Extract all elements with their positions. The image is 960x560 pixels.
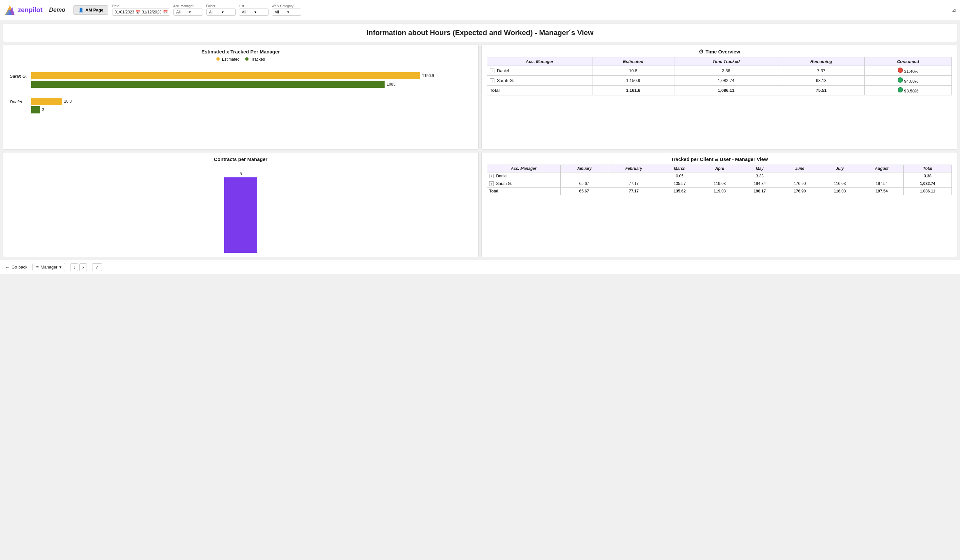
total-consumed-value: 93.50% xyxy=(904,88,918,93)
date-range-input[interactable]: 01/01/2023 📅 31/12/2023 📅 xyxy=(112,8,170,16)
list-filter-group: List All ▾ xyxy=(239,4,269,16)
back-arrow-icon: ← xyxy=(5,265,10,269)
sarah-consumed: 94.08% xyxy=(865,76,952,86)
chart-legend: Estimated Tracked xyxy=(8,57,473,62)
daniel-jun xyxy=(780,173,820,180)
total-jul: 116.03 xyxy=(820,187,860,195)
sarah-consumed-value: 94.08% xyxy=(904,79,918,83)
col-march: March xyxy=(660,165,700,173)
chevron-down-icon: ▾ xyxy=(189,10,200,14)
sarah-aug: 197.54 xyxy=(860,180,903,187)
estimated-tracked-panel: Estimated x Tracked Per Manager Estimate… xyxy=(3,45,479,149)
time-overview-table: Acc. Manager Estimated Time Tracked Rema… xyxy=(487,57,952,95)
sarah-jan: 65.67 xyxy=(560,180,608,187)
expand-icon-daniel[interactable]: + xyxy=(490,69,494,73)
expand-icon-daniel-tracked[interactable]: + xyxy=(489,174,494,178)
sarah-label: Sarah G. xyxy=(10,74,27,79)
work-category-filter-group: Work Category All ▾ xyxy=(272,4,301,16)
sarah-jun: 176.90 xyxy=(780,180,820,187)
daniel-estimated-bar xyxy=(31,98,62,105)
daniel-apr xyxy=(700,173,740,180)
folder-filter-group: Folder All ▾ xyxy=(206,4,236,16)
sarah-remaining: 68.13 xyxy=(778,76,865,86)
expand-button[interactable]: ⤢ xyxy=(92,263,102,271)
demo-label: Demo xyxy=(49,6,66,13)
tracked-daniel-name: + Daniel xyxy=(487,173,561,180)
am-page-button[interactable]: 👤 AM Page xyxy=(74,5,109,15)
acc-manager-select[interactable]: All ▾ xyxy=(173,8,203,16)
col-total: Total xyxy=(904,165,952,173)
total-name-cell: Total xyxy=(487,86,592,95)
daniel-name-cell: + Daniel xyxy=(487,66,592,76)
daniel-status-icon xyxy=(898,67,903,73)
contracts-chart: 5 xyxy=(8,165,473,253)
acc-manager-label: Acc. Manager xyxy=(173,4,203,8)
daniel-total: 3.38 xyxy=(904,173,952,180)
logo-text: zenpilot xyxy=(18,6,43,14)
col-remaining: Remaining xyxy=(778,58,865,66)
daniel-tracked-value: 3 xyxy=(42,107,44,112)
col-acc-manager: Acc. Manager xyxy=(487,58,592,66)
time-overview-title: Time Overview xyxy=(706,49,740,54)
go-back-label: Go back xyxy=(11,265,27,269)
daniel-consumed-value: 31.40% xyxy=(904,69,918,74)
contracts-panel: Contracts per Manager 5 xyxy=(3,152,479,257)
sarah-mar: 135.57 xyxy=(660,180,700,187)
date-filter-group: Date 01/01/2023 📅 31/12/2023 📅 xyxy=(112,4,170,16)
daniel-mar: 0.05 xyxy=(660,173,700,180)
contracts-bar xyxy=(224,178,257,253)
list-label: List xyxy=(239,4,269,8)
sarah-may: 194.84 xyxy=(740,180,780,187)
daniel-remaining: 7.37 xyxy=(778,66,865,76)
prev-page-button[interactable]: ‹ xyxy=(70,263,78,271)
expand-icon-sarah[interactable]: + xyxy=(490,78,494,83)
calendar-icon-from: 📅 xyxy=(136,10,141,14)
next-page-button[interactable]: › xyxy=(79,263,87,271)
tracked-sarah-name: + Sarah G. xyxy=(487,180,561,187)
total-status-icon xyxy=(898,87,903,93)
legend-tracked: Tracked xyxy=(245,57,265,62)
total-feb: 77.17 xyxy=(608,187,660,195)
tracked-row-daniel: + Daniel 0.05 3.33 3.38 xyxy=(487,173,952,180)
daniel-tracked-bar-row: 3 xyxy=(31,106,473,114)
col-january: January xyxy=(560,165,608,173)
sarah-estimated-value: 1150.9 xyxy=(422,74,434,78)
daniel-consumed: 31.40% xyxy=(865,66,952,76)
date-to: 31/12/2023 xyxy=(142,10,162,14)
go-back-button[interactable]: ← Go back xyxy=(5,265,27,269)
am-page-icon: 👤 xyxy=(78,8,83,13)
sarah-estimated: 1,150.9 xyxy=(592,76,674,86)
acc-manager-value: All xyxy=(176,10,187,14)
tracked-panel: Tracked per Client & User - Manager View… xyxy=(481,152,957,257)
daniel-aug xyxy=(860,173,903,180)
page-title: Information about Hours (Expected and Wo… xyxy=(10,29,950,37)
legend-estimated: Estimated xyxy=(216,57,240,62)
daniel-bar-group: Daniel 10.8 3 xyxy=(31,98,473,114)
folder-select[interactable]: All ▾ xyxy=(206,8,236,16)
total-jun: 176.90 xyxy=(780,187,820,195)
contracts-title: Contracts per Manager xyxy=(8,157,473,162)
footer-nav: ‹ › xyxy=(70,263,86,271)
col-time-tracked: Time Tracked xyxy=(674,58,778,66)
list-select[interactable]: All ▾ xyxy=(239,8,269,16)
estimated-dot xyxy=(216,58,220,61)
sarah-apr: 119.03 xyxy=(700,180,740,187)
main-grid: Estimated x Tracked Per Manager Estimate… xyxy=(3,45,957,257)
daniel-tracked-bar xyxy=(31,106,40,114)
work-category-select[interactable]: All ▾ xyxy=(272,8,301,16)
daniel-name: Daniel xyxy=(497,68,509,73)
am-page-label: AM Page xyxy=(86,8,104,13)
footer: ← Go back ≡ Manager ▾ ‹ › ⤢ xyxy=(0,260,960,274)
page-title-bar: Information about Hours (Expected and Wo… xyxy=(3,24,957,42)
col-manager: Acc. Manager xyxy=(487,165,561,173)
filters-bar: Date 01/01/2023 📅 31/12/2023 📅 Acc. Mana… xyxy=(112,4,956,16)
col-consumed: Consumed xyxy=(865,58,952,66)
tracked-row-sarah: + Sarah G. 65.67 77.17 135.57 119.03 194… xyxy=(487,180,952,187)
filter-icon[interactable]: ⊿ xyxy=(952,7,956,13)
expand-icon-sarah-tracked[interactable]: + xyxy=(489,181,494,186)
chevron-down-icon-4: ▾ xyxy=(287,10,298,14)
header: zenpilot Demo 👤 AM Page Date 01/01/2023 … xyxy=(0,0,960,20)
time-overview-panel: ⏱ Time Overview Acc. Manager Estimated T… xyxy=(481,45,957,149)
manager-selector[interactable]: ≡ Manager ▾ xyxy=(32,263,65,271)
bar-chart-area: Sarah G. 1150.9 1083 Daniel 10.8 xyxy=(8,66,473,114)
